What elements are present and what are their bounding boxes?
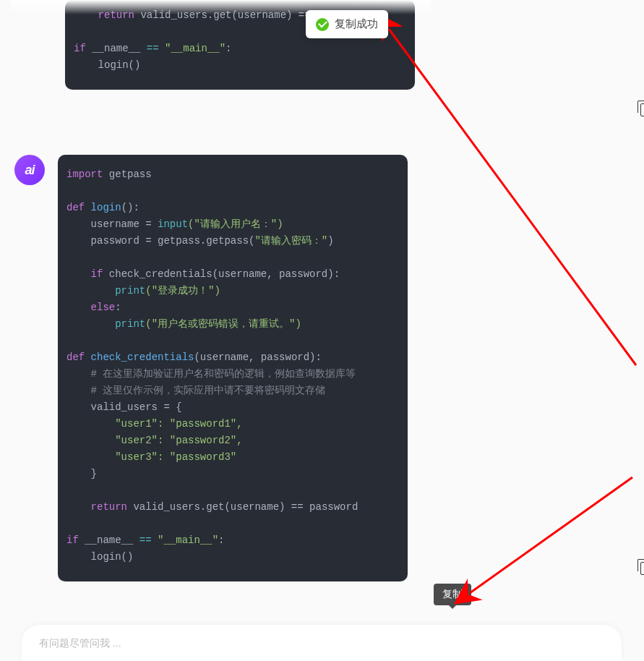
copy-button[interactable] xyxy=(637,101,644,119)
copy-success-toast: 复制成功 xyxy=(306,10,388,38)
code-block: import getpass def login(): username = i… xyxy=(58,155,408,581)
assistant-message-2: ai import getpass def login(): username … xyxy=(14,155,630,581)
avatar: ai xyxy=(14,155,45,185)
copy-tooltip: 复制 xyxy=(434,584,471,605)
copy-button[interactable] xyxy=(637,560,644,577)
check-circle-icon xyxy=(316,18,329,31)
copy-icon xyxy=(640,103,644,116)
chat-area: return valid_users.get(username) == pass… xyxy=(0,0,644,629)
copy-icon xyxy=(640,562,644,575)
code-bubble: import getpass def login(): username = i… xyxy=(58,155,408,581)
avatar-label: ai xyxy=(25,163,34,178)
chat-input-bar xyxy=(22,625,622,661)
toast-text: 复制成功 xyxy=(335,17,378,31)
chat-input[interactable] xyxy=(39,637,604,649)
